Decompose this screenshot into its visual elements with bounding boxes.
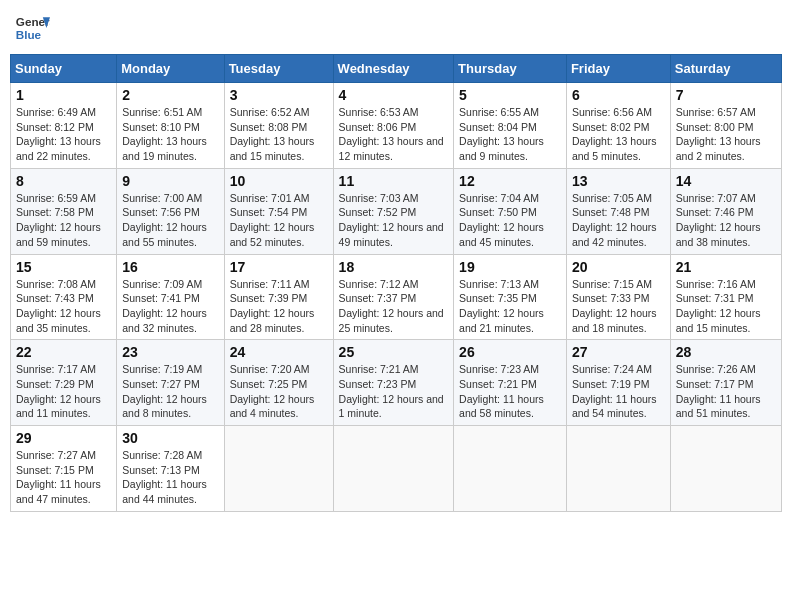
- day-number: 27: [572, 344, 665, 360]
- day-info: Sunrise: 7:07 AMSunset: 7:46 PMDaylight:…: [676, 191, 776, 250]
- day-info: Sunrise: 7:17 AMSunset: 7:29 PMDaylight:…: [16, 362, 111, 421]
- week-row-4: 22 Sunrise: 7:17 AMSunset: 7:29 PMDaylig…: [11, 340, 782, 426]
- day-info: Sunrise: 7:15 AMSunset: 7:33 PMDaylight:…: [572, 277, 665, 336]
- day-number: 10: [230, 173, 328, 189]
- day-number: 18: [339, 259, 449, 275]
- day-info: Sunrise: 6:55 AMSunset: 8:04 PMDaylight:…: [459, 105, 561, 164]
- day-info: Sunrise: 7:23 AMSunset: 7:21 PMDaylight:…: [459, 362, 561, 421]
- day-number: 15: [16, 259, 111, 275]
- day-info: Sunrise: 6:52 AMSunset: 8:08 PMDaylight:…: [230, 105, 328, 164]
- col-header-saturday: Saturday: [670, 55, 781, 83]
- day-info: Sunrise: 7:04 AMSunset: 7:50 PMDaylight:…: [459, 191, 561, 250]
- calendar-cell: [454, 426, 567, 512]
- day-number: 13: [572, 173, 665, 189]
- day-info: Sunrise: 7:11 AMSunset: 7:39 PMDaylight:…: [230, 277, 328, 336]
- day-number: 12: [459, 173, 561, 189]
- calendar-cell: 15 Sunrise: 7:08 AMSunset: 7:43 PMDaylig…: [11, 254, 117, 340]
- day-number: 23: [122, 344, 218, 360]
- calendar-cell: 29 Sunrise: 7:27 AMSunset: 7:15 PMDaylig…: [11, 426, 117, 512]
- calendar-cell: 3 Sunrise: 6:52 AMSunset: 8:08 PMDayligh…: [224, 83, 333, 169]
- calendar-cell: 21 Sunrise: 7:16 AMSunset: 7:31 PMDaylig…: [670, 254, 781, 340]
- day-info: Sunrise: 7:08 AMSunset: 7:43 PMDaylight:…: [16, 277, 111, 336]
- day-info: Sunrise: 7:16 AMSunset: 7:31 PMDaylight:…: [676, 277, 776, 336]
- calendar-cell: 9 Sunrise: 7:00 AMSunset: 7:56 PMDayligh…: [117, 168, 224, 254]
- calendar-cell: [566, 426, 670, 512]
- day-number: 3: [230, 87, 328, 103]
- calendar-cell: 25 Sunrise: 7:21 AMSunset: 7:23 PMDaylig…: [333, 340, 454, 426]
- day-info: Sunrise: 7:03 AMSunset: 7:52 PMDaylight:…: [339, 191, 449, 250]
- day-info: Sunrise: 6:57 AMSunset: 8:00 PMDaylight:…: [676, 105, 776, 164]
- calendar-cell: 19 Sunrise: 7:13 AMSunset: 7:35 PMDaylig…: [454, 254, 567, 340]
- calendar-cell: [333, 426, 454, 512]
- col-header-sunday: Sunday: [11, 55, 117, 83]
- calendar-cell: 22 Sunrise: 7:17 AMSunset: 7:29 PMDaylig…: [11, 340, 117, 426]
- day-info: Sunrise: 7:09 AMSunset: 7:41 PMDaylight:…: [122, 277, 218, 336]
- day-number: 8: [16, 173, 111, 189]
- day-number: 1: [16, 87, 111, 103]
- day-number: 20: [572, 259, 665, 275]
- calendar-cell: 17 Sunrise: 7:11 AMSunset: 7:39 PMDaylig…: [224, 254, 333, 340]
- page-header: General Blue: [10, 10, 782, 46]
- week-row-3: 15 Sunrise: 7:08 AMSunset: 7:43 PMDaylig…: [11, 254, 782, 340]
- calendar-cell: 16 Sunrise: 7:09 AMSunset: 7:41 PMDaylig…: [117, 254, 224, 340]
- calendar-table: SundayMondayTuesdayWednesdayThursdayFrid…: [10, 54, 782, 512]
- calendar-cell: [224, 426, 333, 512]
- logo-icon: General Blue: [14, 10, 50, 46]
- col-header-wednesday: Wednesday: [333, 55, 454, 83]
- day-number: 26: [459, 344, 561, 360]
- calendar-cell: 28 Sunrise: 7:26 AMSunset: 7:17 PMDaylig…: [670, 340, 781, 426]
- day-number: 6: [572, 87, 665, 103]
- day-number: 29: [16, 430, 111, 446]
- calendar-cell: 8 Sunrise: 6:59 AMSunset: 7:58 PMDayligh…: [11, 168, 117, 254]
- calendar-cell: 2 Sunrise: 6:51 AMSunset: 8:10 PMDayligh…: [117, 83, 224, 169]
- day-info: Sunrise: 7:12 AMSunset: 7:37 PMDaylight:…: [339, 277, 449, 336]
- day-info: Sunrise: 7:13 AMSunset: 7:35 PMDaylight:…: [459, 277, 561, 336]
- col-header-tuesday: Tuesday: [224, 55, 333, 83]
- calendar-cell: 30 Sunrise: 7:28 AMSunset: 7:13 PMDaylig…: [117, 426, 224, 512]
- day-number: 28: [676, 344, 776, 360]
- header-row: SundayMondayTuesdayWednesdayThursdayFrid…: [11, 55, 782, 83]
- day-info: Sunrise: 7:20 AMSunset: 7:25 PMDaylight:…: [230, 362, 328, 421]
- day-info: Sunrise: 7:05 AMSunset: 7:48 PMDaylight:…: [572, 191, 665, 250]
- day-info: Sunrise: 7:01 AMSunset: 7:54 PMDaylight:…: [230, 191, 328, 250]
- week-row-5: 29 Sunrise: 7:27 AMSunset: 7:15 PMDaylig…: [11, 426, 782, 512]
- calendar-cell: 4 Sunrise: 6:53 AMSunset: 8:06 PMDayligh…: [333, 83, 454, 169]
- calendar-cell: [670, 426, 781, 512]
- calendar-cell: 27 Sunrise: 7:24 AMSunset: 7:19 PMDaylig…: [566, 340, 670, 426]
- calendar-cell: 5 Sunrise: 6:55 AMSunset: 8:04 PMDayligh…: [454, 83, 567, 169]
- svg-text:Blue: Blue: [16, 28, 42, 41]
- day-info: Sunrise: 7:26 AMSunset: 7:17 PMDaylight:…: [676, 362, 776, 421]
- day-info: Sunrise: 7:24 AMSunset: 7:19 PMDaylight:…: [572, 362, 665, 421]
- day-number: 16: [122, 259, 218, 275]
- calendar-cell: 11 Sunrise: 7:03 AMSunset: 7:52 PMDaylig…: [333, 168, 454, 254]
- day-info: Sunrise: 7:19 AMSunset: 7:27 PMDaylight:…: [122, 362, 218, 421]
- day-number: 30: [122, 430, 218, 446]
- day-number: 19: [459, 259, 561, 275]
- day-number: 17: [230, 259, 328, 275]
- day-number: 22: [16, 344, 111, 360]
- day-number: 9: [122, 173, 218, 189]
- week-row-2: 8 Sunrise: 6:59 AMSunset: 7:58 PMDayligh…: [11, 168, 782, 254]
- calendar-cell: 26 Sunrise: 7:23 AMSunset: 7:21 PMDaylig…: [454, 340, 567, 426]
- day-number: 24: [230, 344, 328, 360]
- day-info: Sunrise: 6:59 AMSunset: 7:58 PMDaylight:…: [16, 191, 111, 250]
- day-number: 11: [339, 173, 449, 189]
- day-info: Sunrise: 7:21 AMSunset: 7:23 PMDaylight:…: [339, 362, 449, 421]
- day-info: Sunrise: 7:28 AMSunset: 7:13 PMDaylight:…: [122, 448, 218, 507]
- day-info: Sunrise: 6:56 AMSunset: 8:02 PMDaylight:…: [572, 105, 665, 164]
- col-header-monday: Monday: [117, 55, 224, 83]
- day-number: 21: [676, 259, 776, 275]
- day-number: 2: [122, 87, 218, 103]
- col-header-thursday: Thursday: [454, 55, 567, 83]
- calendar-cell: 7 Sunrise: 6:57 AMSunset: 8:00 PMDayligh…: [670, 83, 781, 169]
- day-number: 4: [339, 87, 449, 103]
- day-number: 14: [676, 173, 776, 189]
- logo: General Blue: [14, 10, 50, 46]
- col-header-friday: Friday: [566, 55, 670, 83]
- day-info: Sunrise: 7:00 AMSunset: 7:56 PMDaylight:…: [122, 191, 218, 250]
- day-info: Sunrise: 6:53 AMSunset: 8:06 PMDaylight:…: [339, 105, 449, 164]
- calendar-cell: 24 Sunrise: 7:20 AMSunset: 7:25 PMDaylig…: [224, 340, 333, 426]
- day-info: Sunrise: 6:51 AMSunset: 8:10 PMDaylight:…: [122, 105, 218, 164]
- week-row-1: 1 Sunrise: 6:49 AMSunset: 8:12 PMDayligh…: [11, 83, 782, 169]
- day-number: 7: [676, 87, 776, 103]
